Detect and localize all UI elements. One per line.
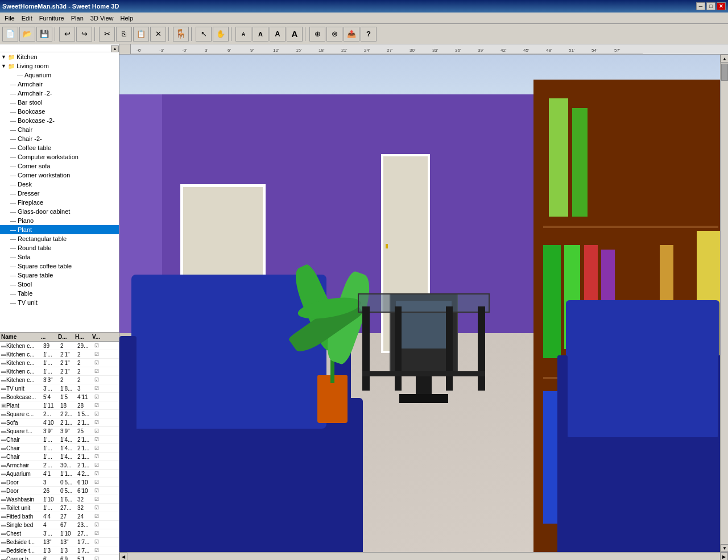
- tree-tvunit[interactable]: — TV unit: [0, 298, 119, 307]
- text-a1[interactable]: A: [235, 27, 251, 42]
- tree-roundtable[interactable]: — Round table: [0, 243, 119, 252]
- prop-row-armchair[interactable]: ▬ Armchair 2'... 30... 2'1... ☑: [0, 461, 119, 470]
- tree-chair2[interactable]: — Chair -2-: [0, 134, 119, 143]
- tree-desk[interactable]: — Desk: [0, 180, 119, 189]
- tree-glassdoor[interactable]: — Glass-door cabinet: [0, 207, 119, 216]
- tree-cornersofa[interactable]: — Corner sofa: [0, 161, 119, 171]
- prop-row-plant[interactable]: ▣ Plant 1'11 18 28 ☑: [0, 401, 119, 410]
- text-a4[interactable]: A: [287, 27, 303, 42]
- prop-row-bedside1[interactable]: ▬ Bedside t... 13" 13" 1'7... ☑: [0, 538, 119, 546]
- zoom-in-button[interactable]: ⊕: [309, 27, 325, 42]
- prop-row-sofa[interactable]: ▬ Sofa 4'10 2'1... 2'1... ☑: [0, 418, 119, 427]
- prop-row-chair3[interactable]: ▬ Chair 1'... 1'4... 2'1... ☑: [0, 453, 119, 461]
- vscroll-up[interactable]: ▲: [721, 55, 728, 63]
- tree-scroll-up[interactable]: ▲: [111, 45, 119, 52]
- close-button[interactable]: ✕: [717, 2, 726, 10]
- pan-button[interactable]: ✋: [213, 27, 229, 42]
- prop-row-aquarium[interactable]: ▬ Aquarium 4'1 1'1... 4'2... ☑: [0, 470, 119, 478]
- tree-rectabletable[interactable]: — Rectangular table: [0, 234, 119, 243]
- menu-plan[interactable]: Plan: [68, 14, 87, 23]
- vscroll-thumb[interactable]: [721, 64, 728, 81]
- 3dview-vscroll[interactable]: ▲ ▼: [720, 55, 728, 552]
- tree-piano[interactable]: — Piano: [0, 216, 119, 225]
- tree-stool[interactable]: — Stool: [0, 280, 119, 289]
- paste-button[interactable]: 📋: [133, 27, 149, 42]
- tree-bookcase[interactable]: — Bookcase: [0, 107, 119, 116]
- help-button[interactable]: ?: [361, 27, 377, 42]
- delete-button[interactable]: ✕: [150, 27, 166, 42]
- prop-row-washbasin[interactable]: ▬ Washbasin 1'10 1'6... 32 ☑: [0, 495, 119, 504]
- menu-edit[interactable]: Edit: [18, 14, 36, 23]
- select-button[interactable]: ↖: [196, 27, 212, 42]
- tvunit-label: TV unit: [18, 299, 38, 306]
- squarecoffee-label: Square coffee table: [18, 263, 72, 269]
- tree-table[interactable]: — Table: [0, 289, 119, 298]
- prop-row-bookcase[interactable]: ▬ Bookcase... 5'4 1'5 4'11 ☑: [0, 393, 119, 401]
- prop-row-chair1[interactable]: ▬ Chair 1'... 1'4... 2'1... ☑: [0, 435, 119, 444]
- tree-plant[interactable]: — Plant: [0, 225, 119, 234]
- prop-row-kitchenc2[interactable]: ▬ Kitchen c... 1'... 2'1" 2 ☑: [0, 350, 119, 359]
- sep2: [94, 27, 97, 41]
- tree-dresser[interactable]: — Dresser: [0, 189, 119, 198]
- titlebar: SweetHomeMan.sh3d - Sweet Home 3D ─ □ ✕: [0, 0, 728, 13]
- prop-row-door1[interactable]: ▬ Door 3 0'5... 6'10 ☑: [0, 478, 119, 487]
- vscroll-down[interactable]: ▼: [721, 544, 728, 552]
- tree-fireplace[interactable]: — Fireplace: [0, 198, 119, 207]
- cut-button[interactable]: ✂: [99, 27, 115, 42]
- prop-row-kitchenc4[interactable]: ▬ Kitchen c... 1'... 2'1" 2 ☑: [0, 367, 119, 376]
- prop-row-kitchenc1[interactable]: ▬ Kitchen c... 39 2 29... ☑: [0, 342, 119, 350]
- tree-chair[interactable]: — Chair: [0, 125, 119, 134]
- coffee-table-3d: [351, 293, 497, 423]
- tree-aquarium[interactable]: — Aquarium: [0, 70, 119, 80]
- prop-row-chest[interactable]: ▬ Chest 3'... 1'10 27... ☑: [0, 529, 119, 538]
- prop-row-squaret[interactable]: ▬ Square t... 3'9" 3'9" 25 ☑: [0, 427, 119, 435]
- chair-label: Chair: [18, 126, 32, 133]
- undo-button[interactable]: ↩: [59, 27, 75, 42]
- hscroll-left[interactable]: ◀: [119, 553, 127, 560]
- copy-button[interactable]: ⎘: [116, 27, 132, 42]
- tree-kitchen[interactable]: ▼ 📁 Kitchen: [0, 52, 119, 61]
- tree-squaretable[interactable]: — Square table: [0, 271, 119, 280]
- tree-view[interactable]: ▲ ▼ 📁 Kitchen ▼ 📁 Living room — Aquarium…: [0, 44, 119, 333]
- prop-row-chair2[interactable]: ▬ Chair 1'... 1'4... 2'1... ☑: [0, 444, 119, 453]
- 3d-view[interactable]: ▲ ▼: [119, 55, 728, 552]
- prop-row-door2[interactable]: ▬ Door 26 0'5... 6'10 ☑: [0, 487, 119, 495]
- open-button[interactable]: 📂: [19, 27, 35, 42]
- save-button[interactable]: 💾: [36, 27, 52, 42]
- row-col2: 1'...: [43, 454, 60, 460]
- prop-row-tvunit[interactable]: ▬ TV unit 3'... 1'8... 3 ☑: [0, 384, 119, 393]
- add-furniture-button[interactable]: 🪑: [173, 27, 189, 42]
- tree-coffeetable[interactable]: — Coffee table: [0, 143, 119, 152]
- 3dview-hscroll[interactable]: ◀ ▶: [119, 552, 728, 560]
- prop-row-kitchenc3[interactable]: ▬ Kitchen c... 1'... 2'1" 2 ☑: [0, 359, 119, 367]
- tree-livingroom[interactable]: ▼ 📁 Living room: [0, 61, 119, 70]
- menu-3dview[interactable]: 3D View: [87, 14, 117, 23]
- tree-armchair2[interactable]: — Armchair -2-: [0, 89, 119, 98]
- maximize-button[interactable]: □: [706, 2, 715, 10]
- text-a2[interactable]: A: [253, 27, 268, 42]
- redo-button[interactable]: ↪: [76, 27, 92, 42]
- menu-help[interactable]: Help: [117, 14, 137, 23]
- menu-furniture[interactable]: Furniture: [36, 14, 68, 23]
- prop-row-cornerb[interactable]: ▬ Corner b... 6'... 6'9... 5'1 ☑: [0, 555, 119, 560]
- hscroll-right[interactable]: ▶: [720, 553, 728, 560]
- tree-computerworkstation[interactable]: — Computer workstation: [0, 152, 119, 161]
- zoom-out-button[interactable]: ⊗: [326, 27, 342, 42]
- export-button[interactable]: 📤: [344, 27, 359, 42]
- prop-row-squarec[interactable]: ▬ Square c... 2... 2'2... 1'5... ☑: [0, 410, 119, 418]
- minimize-button[interactable]: ─: [696, 2, 705, 10]
- tree-cornerworkstation[interactable]: — Corner workstation: [0, 171, 119, 180]
- tree-squarecoffee[interactable]: — Square coffee table: [0, 262, 119, 271]
- prop-row-singlebed[interactable]: ▬ Single bed 4 67 23... ☑: [0, 521, 119, 529]
- prop-row-toilet[interactable]: ▬ Toilet unit 1'... 27... 32 ☑: [0, 504, 119, 512]
- text-a3[interactable]: A: [270, 27, 286, 42]
- tree-bookcase2[interactable]: — Bookcase -2-: [0, 116, 119, 125]
- tree-armchair[interactable]: — Armchair: [0, 80, 119, 89]
- menu-file[interactable]: File: [1, 14, 18, 23]
- new-button[interactable]: 📄: [2, 27, 18, 42]
- prop-row-bedside2[interactable]: ▬ Bedside t... 1'3 1'3 1'7... ☑: [0, 546, 119, 555]
- prop-row-fittedbath[interactable]: ▬ Fitted bath 4'4 27 24 ☑: [0, 512, 119, 521]
- tree-sofa[interactable]: — Sofa: [0, 252, 119, 262]
- tree-barstool[interactable]: — Bar stool: [0, 98, 119, 107]
- prop-row-kitchenc5[interactable]: ▬ Kitchen c... 3'3" 2 2 ☑: [0, 376, 119, 384]
